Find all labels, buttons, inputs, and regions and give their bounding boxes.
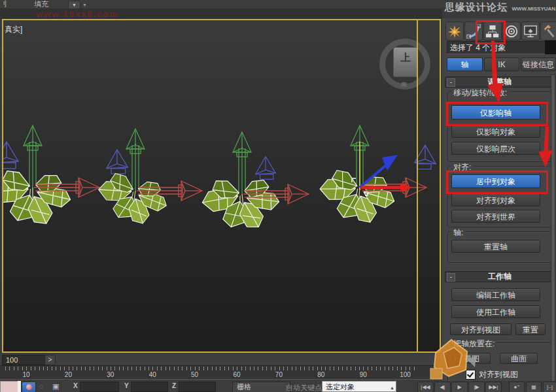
trackbar-tick-label: 100 xyxy=(396,371,415,378)
site-watermark-url: WWW.MISSYUAN.COM xyxy=(512,6,556,12)
z-coordinate-field[interactable] xyxy=(179,382,216,392)
collapse-icon-2[interactable]: - xyxy=(447,273,455,282)
next-frame-button[interactable]: > xyxy=(44,355,56,365)
align-to-object-button[interactable]: 对齐到对象 xyxy=(451,193,540,206)
play-button[interactable]: ▶ xyxy=(451,382,468,392)
previous-frame-button[interactable]: ◀| xyxy=(434,382,451,392)
trackbar-tick xyxy=(241,367,242,370)
trackbar-tick xyxy=(334,367,334,370)
trackbar-tick xyxy=(216,367,217,370)
rollout-working-pivot[interactable]: - 工作轴 xyxy=(445,271,555,282)
go-to-end-button[interactable]: ▶▶| xyxy=(485,382,502,392)
surface-button[interactable]: 曲面 xyxy=(500,353,538,364)
trackbar-tick xyxy=(148,367,149,370)
go-to-start-button[interactable]: |◀◀ xyxy=(417,382,434,392)
trackbar-tick xyxy=(330,367,330,370)
edit-working-pivot-button[interactable]: 编辑工作轴 xyxy=(451,288,540,301)
reset-button[interactable]: 重置 xyxy=(515,323,546,335)
panel-scrollbar[interactable] xyxy=(551,74,555,381)
viewcube[interactable]: 上 南 xyxy=(379,39,430,90)
trackbar-tick xyxy=(245,367,246,370)
annotation-box-center-to-object xyxy=(446,171,548,194)
time-slider-frame[interactable]: 100 xyxy=(2,355,46,365)
collapse-icon[interactable]: - xyxy=(447,78,455,87)
display-icon xyxy=(523,24,538,39)
reset-pivot-button[interactable]: 重置轴 xyxy=(451,240,540,253)
trackbar-tick-label: 10 xyxy=(16,371,36,378)
time-config-button[interactable]: ▦ xyxy=(526,382,542,392)
trackbar-tick xyxy=(250,367,251,370)
time-slider-row: 100 > xyxy=(0,354,442,365)
trackbar-tick xyxy=(22,367,23,370)
subtab-pivot[interactable]: 轴 xyxy=(447,57,483,71)
trackbar-tick xyxy=(296,367,296,370)
next-frame-button-2[interactable]: |▶ xyxy=(468,382,485,392)
align-to-world-button[interactable]: 对齐到世界 xyxy=(451,210,540,223)
transform-typein-icon[interactable]: ▣ xyxy=(52,382,59,391)
viewcube-top-face[interactable]: 上 xyxy=(394,48,417,67)
trackbar-tick xyxy=(363,367,364,370)
affect-hierarchy-only-button[interactable]: 仅影响层次 xyxy=(451,142,540,155)
trackbar-tick xyxy=(414,367,415,370)
selection-filter-value: 选定对象 xyxy=(326,383,355,391)
x-coordinate-field[interactable] xyxy=(80,382,119,392)
z-axis-label: Z xyxy=(172,382,176,389)
trackbar-tick xyxy=(283,367,284,370)
trackbar-tick xyxy=(233,367,234,370)
subtab-link-info[interactable]: 链接信息 xyxy=(521,57,556,71)
tab-utilities[interactable] xyxy=(540,22,556,41)
track-bar[interactable]: 102030405060708090100 xyxy=(0,365,442,380)
pivot-label: 轴: xyxy=(451,227,465,238)
trackbar-tick xyxy=(409,367,410,370)
grid-size-button[interactable]: 栅格 xyxy=(232,382,290,392)
unlock-icon[interactable]: ◌ xyxy=(39,382,44,390)
trackbar-tick xyxy=(401,367,402,370)
selection-lock-button[interactable] xyxy=(22,382,36,392)
maxscript-mini-listener[interactable] xyxy=(0,381,18,392)
spinner-icon[interactable]: ▲▼ xyxy=(390,383,394,392)
selection-filter-dropdown[interactable]: 选定对象 ▲▼ xyxy=(322,381,396,392)
trackbar-tick xyxy=(14,367,14,370)
site-logo-watermark xyxy=(429,333,478,383)
menubar-dropdown-arrow-icon[interactable]: ▼ xyxy=(82,3,87,7)
trackbar-tick-label: 80 xyxy=(311,371,331,378)
trackbar-tick xyxy=(199,367,200,370)
use-working-pivot-button[interactable]: 使用工作轴 xyxy=(451,305,540,318)
plant-3 xyxy=(200,132,309,233)
viewport-divider[interactable] xyxy=(417,20,418,353)
trackbar-tick xyxy=(376,367,377,370)
annotation-arrow-2 xyxy=(535,124,556,171)
tab-create[interactable] xyxy=(445,22,464,41)
affect-object-only-button[interactable]: 仅影响对象 xyxy=(451,125,540,138)
utilities-icon xyxy=(542,24,556,39)
site-watermark: 思缘设计论坛 WWW.MISSYUAN.COM xyxy=(445,1,556,17)
trackbar-tick xyxy=(35,367,35,370)
auto-key-button[interactable]: 自动关键点 xyxy=(286,383,322,392)
trackbar-tick xyxy=(31,367,31,370)
annotation-arrow-1 xyxy=(484,39,510,105)
trackbar-tick xyxy=(111,367,111,370)
menu-item-fragment[interactable]: 刂 xyxy=(0,0,7,8)
y-coordinate-field[interactable] xyxy=(131,382,168,392)
perspective-viewport[interactable]: 真实] xyxy=(2,19,441,353)
trackbar-tick xyxy=(5,367,6,370)
trackbar-tick-label: 90 xyxy=(353,371,373,378)
trackbar-tick xyxy=(73,367,73,370)
scene-objects[interactable] xyxy=(3,20,441,353)
trackbar-tick xyxy=(182,367,182,370)
viewcube-cube[interactable]: 上 xyxy=(393,47,418,77)
trackbar-tick xyxy=(338,367,339,370)
tab-display[interactable] xyxy=(521,22,540,41)
trackbar-tick xyxy=(220,367,220,370)
trackbar-tick xyxy=(325,367,326,370)
panel-black-box xyxy=(545,41,556,54)
trackbar-tick xyxy=(77,367,77,370)
trackbar-tick xyxy=(207,367,208,370)
trackbar-tick xyxy=(262,367,263,370)
trackbar-tick xyxy=(131,367,132,370)
trackbar-tick xyxy=(178,367,179,370)
maxscript-mini-listener-white[interactable] xyxy=(18,381,21,392)
key-mode-button[interactable]: ●⁺ xyxy=(509,382,525,392)
key-filters-button[interactable]: [–] xyxy=(543,382,556,392)
menu-item-fill[interactable]: 填充 xyxy=(34,0,48,8)
